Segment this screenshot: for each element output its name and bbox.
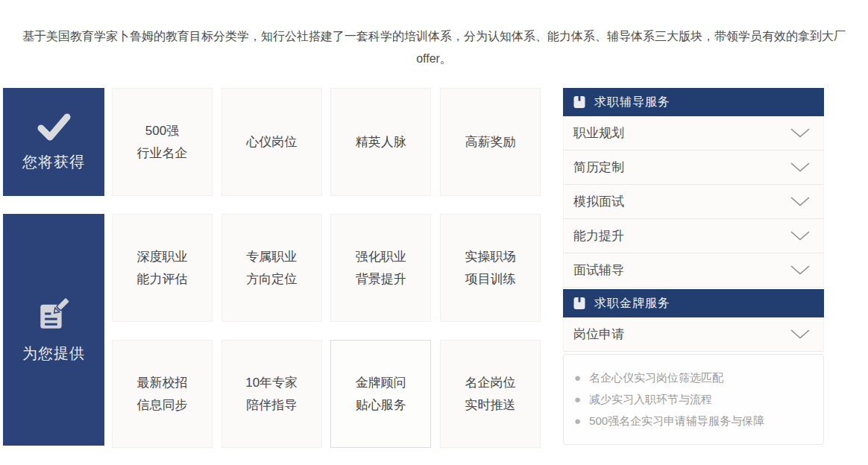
intro-paragraph: 基于美国教育学家卜鲁姆的教育目标分类学，知行公社搭建了一套科学的培训体系，分为认… bbox=[0, 0, 868, 70]
chevron-down-icon bbox=[790, 265, 810, 275]
book-icon bbox=[573, 297, 585, 310]
list-item: ● 名企心仪实习岗位筛选匹配 bbox=[574, 367, 816, 388]
chevron-down-icon bbox=[790, 162, 810, 172]
card-line: 高薪奖励 bbox=[465, 131, 515, 154]
accordion-label: 能力提升 bbox=[573, 227, 624, 244]
list-item: ● 500强名企实习申请辅导服务与保障 bbox=[574, 410, 816, 431]
accordion-label: 简历定制 bbox=[573, 159, 624, 176]
we-provide-label: 为您提供 bbox=[22, 344, 85, 364]
you-will-get-box: 您将获得 bbox=[3, 88, 104, 196]
card-line: 信息同步 bbox=[137, 394, 188, 417]
benefit-card: 实操职场 项目训练 bbox=[440, 214, 541, 322]
accordion-item-mock-interview[interactable]: 模拟面试 bbox=[563, 185, 824, 219]
benefit-card: 10年专家 陪伴指导 bbox=[221, 340, 322, 448]
list-item: ● 减少实习入职环节与流程 bbox=[574, 388, 816, 410]
bullet-dot-icon: ● bbox=[574, 388, 581, 410]
card-line: 深度职业 bbox=[137, 246, 188, 268]
card-line: 专属职业 bbox=[246, 246, 297, 268]
main-content: 您将获得 为您提供 500强 行业名企 bbox=[3, 88, 868, 448]
card-line: 实时推送 bbox=[465, 394, 515, 417]
you-will-get-label: 您将获得 bbox=[22, 152, 85, 172]
card-line: 精英人脉 bbox=[356, 131, 406, 154]
book-icon bbox=[573, 95, 585, 109]
card-line: 项目训练 bbox=[465, 268, 515, 291]
bullet-dot-icon: ● bbox=[574, 367, 581, 388]
panel-header-title: 求职金牌服务 bbox=[594, 296, 670, 311]
card-line: 能力评估 bbox=[137, 268, 188, 291]
card-line: 10年专家 bbox=[245, 372, 298, 394]
chevron-down-icon bbox=[790, 329, 810, 339]
benefit-cards-grid: 500强 行业名企 心仪岗位 精英人脉 高薪奖励 深度职业 能力评估 专属职业 … bbox=[112, 88, 541, 448]
bullet-dot-icon: ● bbox=[574, 410, 581, 431]
card-line: 500强 bbox=[145, 120, 179, 142]
left-label-column: 您将获得 为您提供 bbox=[3, 88, 104, 446]
service-panel: 求职辅导服务 职业规划 简历定制 模拟面试 能力提升 bbox=[563, 88, 824, 445]
edit-document-icon bbox=[34, 296, 73, 335]
card-line: 金牌顾问 bbox=[356, 372, 406, 394]
benefit-card: 精英人脉 bbox=[330, 88, 431, 196]
benefit-card: 名企岗位 实时推送 bbox=[440, 340, 541, 448]
we-provide-box: 为您提供 bbox=[3, 214, 104, 446]
chevron-down-icon bbox=[790, 128, 810, 138]
card-line: 名企岗位 bbox=[465, 372, 515, 394]
accordion-item-resume-customization[interactable]: 简历定制 bbox=[563, 151, 824, 185]
benefit-card: 最新校招 信息同步 bbox=[112, 340, 213, 448]
gold-services-header: 求职金牌服务 bbox=[563, 289, 824, 317]
card-line: 最新校招 bbox=[137, 372, 188, 394]
bullet-text: 500强名企实习申请辅导服务与保障 bbox=[589, 410, 764, 431]
benefit-card: 高薪奖励 bbox=[440, 88, 541, 196]
panel-header-title: 求职辅导服务 bbox=[594, 95, 670, 110]
accordion-item-career-planning[interactable]: 职业规划 bbox=[563, 116, 824, 151]
coaching-services-header: 求职辅导服务 bbox=[563, 88, 824, 116]
chevron-down-icon bbox=[790, 231, 810, 241]
accordion-label: 模拟面试 bbox=[573, 193, 624, 210]
card-line: 方向定位 bbox=[246, 268, 297, 291]
benefit-card: 金牌顾问 贴心服务 bbox=[330, 340, 431, 448]
accordion-item-interview-coaching[interactable]: 面试辅导 bbox=[563, 253, 824, 288]
accordion-label: 岗位申请 bbox=[573, 326, 624, 343]
card-line: 背景提升 bbox=[356, 268, 406, 291]
card-line: 行业名企 bbox=[137, 142, 188, 165]
gold-service-details: ● 名企心仪实习岗位筛选匹配 ● 减少实习入职环节与流程 ● 500强名企实习申… bbox=[563, 354, 824, 445]
accordion-item-job-application[interactable]: 岗位申请 bbox=[563, 317, 824, 352]
card-line: 实操职场 bbox=[465, 246, 515, 268]
benefit-card: 心仪岗位 bbox=[221, 88, 322, 196]
check-icon bbox=[34, 112, 73, 143]
accordion-label: 面试辅导 bbox=[573, 262, 624, 279]
card-line: 陪伴指导 bbox=[246, 394, 297, 417]
bullet-text: 名企心仪实习岗位筛选匹配 bbox=[589, 367, 723, 388]
benefit-card: 深度职业 能力评估 bbox=[112, 214, 213, 322]
chevron-down-icon bbox=[790, 197, 810, 206]
accordion-item-ability-improvement[interactable]: 能力提升 bbox=[563, 219, 824, 253]
card-line: 心仪岗位 bbox=[246, 131, 297, 154]
benefit-card: 500强 行业名企 bbox=[112, 88, 213, 196]
benefit-card: 专属职业 方向定位 bbox=[221, 214, 322, 322]
card-line: 贴心服务 bbox=[356, 394, 406, 417]
benefit-card: 强化职业 背景提升 bbox=[330, 214, 431, 322]
card-line: 强化职业 bbox=[356, 246, 406, 268]
accordion-label: 职业规划 bbox=[573, 124, 624, 142]
bullet-text: 减少实习入职环节与流程 bbox=[589, 388, 712, 410]
